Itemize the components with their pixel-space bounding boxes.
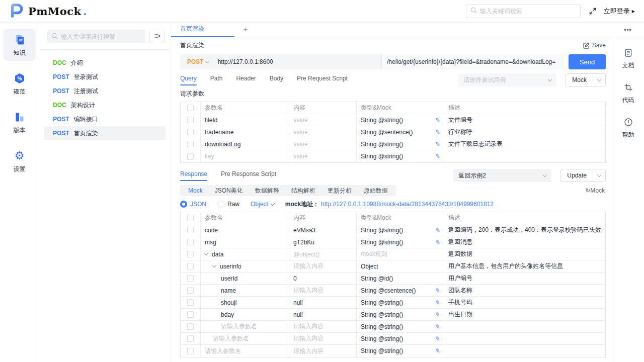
left-nav-item-spec[interactable]: %规范 bbox=[4, 67, 36, 100]
param-name-cell[interactable]: tradename bbox=[201, 126, 289, 138]
left-nav-item-knowledge[interactable]: 知识 bbox=[4, 29, 36, 61]
param-desc-cell[interactable]: 返回编码，200：表示成功，400：表示登录校验码已失效 bbox=[444, 224, 605, 236]
edit-mock-icon[interactable]: ✎ bbox=[435, 141, 440, 148]
tool-item-document[interactable]: 文档 bbox=[612, 48, 644, 70]
param-value-cell[interactable]: value bbox=[289, 138, 357, 150]
param-desc-cell[interactable]: 出生日期 bbox=[444, 309, 605, 320]
param-name-cell[interactable]: shouji bbox=[201, 297, 289, 308]
tab-query[interactable]: Query bbox=[180, 75, 197, 85]
param-desc-cell[interactable]: 返回数据 bbox=[444, 248, 605, 260]
tab-pre-request-script[interactable]: Pre Request Script bbox=[297, 75, 348, 85]
path-input[interactable]: /hello/get/{userinfo}/{data}?fileId=&tra… bbox=[381, 54, 565, 69]
edit-mock-icon[interactable]: ✎ bbox=[435, 311, 440, 318]
filter-button[interactable] bbox=[149, 30, 165, 43]
mode-tab-json-beautify[interactable]: JSON美化 bbox=[209, 187, 249, 195]
row-checkbox[interactable] bbox=[187, 227, 194, 233]
response-example-select[interactable]: 返回示例2 bbox=[453, 169, 551, 182]
param-value-cell[interactable]: null bbox=[289, 297, 357, 308]
param-value-cell[interactable]: gT2bKu bbox=[289, 236, 357, 248]
refresh-mock-button[interactable]: ↻Mock bbox=[585, 187, 606, 194]
param-value-cell[interactable]: eVMsa3 bbox=[289, 224, 357, 236]
param-name-cell[interactable]: key bbox=[201, 150, 289, 162]
tool-item-code[interactable]: 代码 bbox=[612, 83, 644, 105]
global-search-input[interactable] bbox=[480, 8, 576, 15]
edit-mock-icon[interactable]: ✎ bbox=[435, 323, 440, 330]
param-name-cell[interactable]: msg bbox=[201, 236, 289, 248]
tab-response[interactable]: Response bbox=[180, 170, 207, 181]
collapse-caret-icon[interactable] bbox=[212, 263, 216, 267]
row-checkbox[interactable] bbox=[187, 335, 194, 342]
row-checkbox[interactable] bbox=[187, 275, 194, 282]
fullscreen-icon[interactable] bbox=[589, 7, 597, 15]
param-value-cell[interactable]: 请输入内容 bbox=[289, 333, 357, 344]
left-nav-item-version[interactable]: 版本 bbox=[4, 106, 36, 138]
sidebar-search-input[interactable] bbox=[61, 33, 141, 40]
param-desc-cell[interactable]: 手机号码 bbox=[444, 297, 605, 308]
tab-body[interactable]: Body bbox=[270, 75, 283, 85]
param-name-cell[interactable]: fileId bbox=[201, 114, 289, 126]
workspace-tab-home-render[interactable]: 首页渲染 bbox=[171, 25, 234, 37]
edit-mock-icon[interactable]: ✎ bbox=[435, 239, 440, 246]
global-search[interactable] bbox=[466, 5, 581, 18]
mock-split-button[interactable]: Mock bbox=[566, 73, 606, 86]
mode-tab-mock[interactable]: Mock bbox=[182, 187, 209, 194]
param-name-cell[interactable]: bday bbox=[201, 309, 289, 320]
param-name-cell[interactable]: 请输入参数名 bbox=[201, 345, 289, 357]
edit-mock-icon[interactable]: ✎ bbox=[435, 347, 440, 354]
row-checkbox[interactable] bbox=[187, 141, 194, 147]
param-desc-cell[interactable] bbox=[444, 333, 605, 344]
param-value-cell[interactable]: 请输入内容 bbox=[289, 285, 357, 296]
param-desc-cell[interactable]: 团队名称 bbox=[444, 285, 605, 296]
sidebar-item-edit-api[interactable]: POST编辑接口 bbox=[44, 112, 166, 126]
tab-header[interactable]: Header bbox=[236, 75, 256, 85]
tool-item-help[interactable]: 帮助 bbox=[612, 118, 644, 139]
param-desc-cell[interactable] bbox=[444, 321, 605, 332]
row-checkbox[interactable] bbox=[187, 311, 194, 318]
edit-mock-icon[interactable]: ✎ bbox=[435, 227, 440, 234]
param-desc-cell[interactable] bbox=[444, 345, 605, 357]
row-checkbox[interactable] bbox=[187, 129, 194, 135]
select-all-checkbox[interactable] bbox=[187, 105, 194, 111]
left-nav-item-settings[interactable]: ⚙设置 bbox=[4, 145, 36, 177]
sidebar-item-arch-design[interactable]: DOC架构设计 bbox=[44, 98, 166, 112]
param-value-cell[interactable]: 请输入内容 bbox=[289, 321, 357, 332]
param-value-cell[interactable]: 请输入内容 bbox=[289, 345, 357, 357]
param-value-cell[interactable]: 0 bbox=[289, 273, 357, 284]
tab-pre-response-script[interactable]: Pre Response Script bbox=[221, 170, 276, 181]
send-button[interactable]: Send bbox=[569, 54, 606, 69]
row-checkbox[interactable] bbox=[187, 251, 194, 257]
format-option-json[interactable]: JSON bbox=[180, 201, 206, 208]
mode-tab-structure-parse[interactable]: 结构解析 bbox=[285, 187, 321, 195]
param-name-cell[interactable]: downloadLog bbox=[201, 138, 289, 150]
mode-tab-data-explain[interactable]: 数据解释 bbox=[249, 187, 285, 195]
brand-logo[interactable]: PmMock . bbox=[8, 3, 87, 20]
param-name-cell[interactable]: 请输入参数名 bbox=[201, 321, 289, 332]
param-value-cell[interactable]: value bbox=[289, 150, 357, 162]
format-option-raw[interactable]: Raw bbox=[217, 201, 239, 208]
param-desc-cell[interactable]: 用户编号 bbox=[444, 273, 605, 284]
edit-mock-icon[interactable]: ✎ bbox=[435, 153, 440, 160]
add-tab-icon[interactable]: + bbox=[244, 25, 248, 37]
edit-mock-icon[interactable]: ✎ bbox=[435, 335, 440, 342]
param-name-cell[interactable]: 请输入参数名 bbox=[201, 333, 289, 344]
row-checkbox[interactable] bbox=[187, 117, 194, 123]
param-desc-cell[interactable]: 返回消息 bbox=[444, 236, 605, 248]
row-checkbox[interactable] bbox=[187, 323, 194, 330]
mock-addr-link[interactable]: http://127.0.0.1:10988/mock-data/2813443… bbox=[321, 201, 494, 208]
param-name-cell[interactable]: userId bbox=[201, 273, 289, 284]
param-value-cell[interactable]: 请输入内容 bbox=[289, 260, 357, 272]
sidebar-item-login-test[interactable]: POST登录测试 bbox=[44, 70, 166, 84]
base-url-input[interactable]: http://127.0.0.1:8600 bbox=[218, 58, 381, 65]
radio-raw[interactable] bbox=[217, 201, 224, 208]
param-value-cell[interactable]: null bbox=[289, 309, 357, 320]
sidebar-item-home-render[interactable]: POST首页渲染 bbox=[44, 126, 166, 140]
sidebar-item-register-test[interactable]: POST注册测试 bbox=[44, 84, 166, 98]
param-desc-cell[interactable]: 文件下载日志记录表 bbox=[444, 138, 605, 150]
mode-tab-raw-data[interactable]: 原始数据 bbox=[358, 187, 394, 195]
param-desc-cell[interactable]: 用户基本信息，包含用户的头像姓名等信息 bbox=[444, 260, 605, 272]
edit-mock-icon[interactable]: ✎ bbox=[435, 287, 440, 294]
edit-mock-icon[interactable]: ✎ bbox=[435, 117, 440, 124]
param-desc-cell[interactable]: 文件编号 bbox=[444, 114, 605, 126]
sidebar-item-intro[interactable]: DOC介绍 bbox=[44, 56, 166, 70]
param-name-cell[interactable]: data bbox=[201, 248, 289, 260]
